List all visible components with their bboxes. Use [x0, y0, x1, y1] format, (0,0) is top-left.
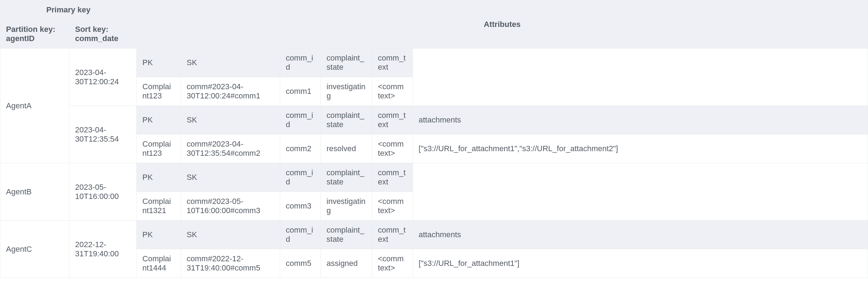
header-attributes: Attributes — [137, 0, 868, 49]
attr-header-complaint-state: complaint_state — [321, 49, 372, 77]
cell-complaint-state: assigned — [321, 249, 372, 278]
cell-complaint-state: investigating — [321, 77, 372, 106]
cell-sk: comm#2023-04-30T12:35:54#comm2 — [181, 135, 280, 163]
attr-header-attachments: attachments — [413, 106, 868, 135]
cell-comm-text: <comm text> — [372, 192, 413, 221]
cell-empty — [413, 49, 868, 106]
cell-comm-text: <comm text> — [372, 135, 413, 163]
attr-header-pk: PK — [137, 49, 181, 77]
cell-comm-text: <comm text> — [372, 249, 413, 278]
cell-sk: comm#2023-04-30T12:00:24#comm1 — [181, 77, 280, 106]
attr-header-comm-text: comm_text — [372, 106, 413, 135]
cell-comm-date: 2022-12-31T19:40:00 — [69, 221, 137, 278]
attr-header-pk: PK — [137, 106, 181, 135]
attr-header-complaint-state: complaint_state — [321, 106, 372, 135]
cell-sk: comm#2022-12-31T19:40:00#comm5 — [181, 249, 280, 278]
cell-pk: Complaint123 — [137, 77, 181, 106]
attr-header-attachments: attachments — [413, 221, 868, 249]
dynamodb-table: Primary key Attributes Partition key: ag… — [0, 0, 868, 278]
cell-complaint-state: investigating — [321, 192, 372, 221]
attr-header-pk: PK — [137, 221, 181, 249]
cell-comm-text: <comm text> — [372, 77, 413, 106]
cell-pk: Complaint1321 — [137, 192, 181, 221]
cell-pk: Complaint123 — [137, 135, 181, 163]
attr-header-pk: PK — [137, 163, 181, 192]
attr-header-comm-id: comm_id — [280, 163, 321, 192]
cell-attachments: ["s3://URL_for_attachment1"] — [413, 249, 868, 278]
cell-agent: AgentA — [0, 49, 69, 163]
table-row: AgentB 2023-05-10T16:00:00 PK SK comm_id… — [0, 163, 868, 192]
attr-header-comm-text: comm_text — [372, 49, 413, 77]
attr-header-complaint-state: complaint_state — [321, 163, 372, 192]
cell-comm-date: 2023-05-10T16:00:00 — [69, 163, 137, 221]
cell-comm-date: 2023-04-30T12:35:54 — [69, 106, 137, 163]
attr-header-comm-id: comm_id — [280, 106, 321, 135]
cell-comm-id: comm1 — [280, 77, 321, 106]
attr-header-sk: SK — [181, 106, 280, 135]
cell-pk: Complaint1444 — [137, 249, 181, 278]
cell-comm-id: comm3 — [280, 192, 321, 221]
header-primary-key: Primary key — [0, 0, 137, 20]
attr-header-comm-text: comm_text — [372, 163, 413, 192]
table-row: AgentC 2022-12-31T19:40:00 PK SK comm_id… — [0, 221, 868, 249]
attr-header-comm-text: comm_text — [372, 221, 413, 249]
cell-agent: AgentB — [0, 163, 69, 221]
attr-header-complaint-state: complaint_state — [321, 221, 372, 249]
cell-comm-date: 2023-04-30T12:00:24 — [69, 49, 137, 106]
attr-header-sk: SK — [181, 221, 280, 249]
attr-header-comm-id: comm_id — [280, 221, 321, 249]
cell-attachments: ["s3://URL_for_attachment1","s3://URL_fo… — [413, 135, 868, 163]
attr-header-sk: SK — [181, 49, 280, 77]
table-row: AgentA 2023-04-30T12:00:24 PK SK comm_id… — [0, 49, 868, 77]
cell-complaint-state: resolved — [321, 135, 372, 163]
attr-header-sk: SK — [181, 163, 280, 192]
header-partition-key: Partition key: agentID — [0, 20, 69, 49]
header-sort-key: Sort key: comm_date — [69, 20, 137, 49]
cell-comm-id: comm5 — [280, 249, 321, 278]
header-row-1: Primary key Attributes — [0, 0, 868, 20]
table-row: 2023-04-30T12:35:54 PK SK comm_id compla… — [0, 106, 868, 135]
cell-comm-id: comm2 — [280, 135, 321, 163]
cell-agent: AgentC — [0, 221, 69, 278]
cell-empty — [413, 163, 868, 221]
cell-sk: comm#2023-05-10T16:00:00#comm3 — [181, 192, 280, 221]
attr-header-comm-id: comm_id — [280, 49, 321, 77]
